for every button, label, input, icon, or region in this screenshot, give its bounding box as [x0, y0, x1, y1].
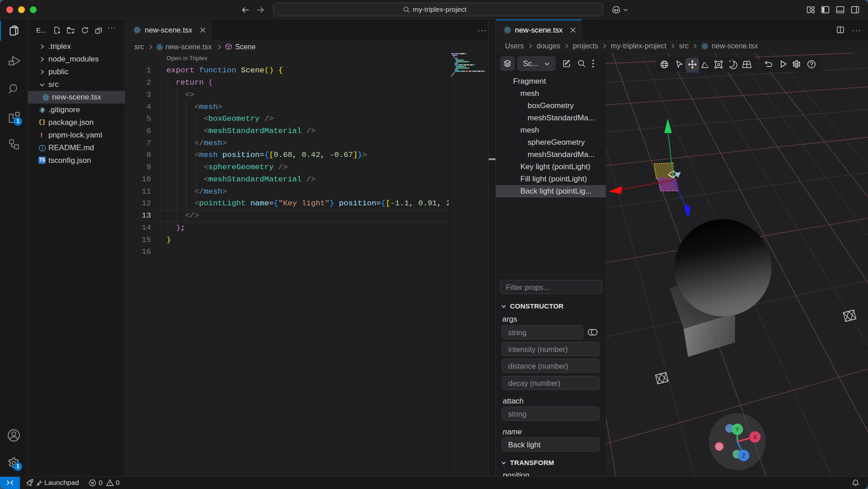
svg-text:X: X	[753, 434, 757, 441]
svg-text:Y: Y	[736, 427, 739, 433]
svg-text:Z: Z	[742, 453, 745, 459]
